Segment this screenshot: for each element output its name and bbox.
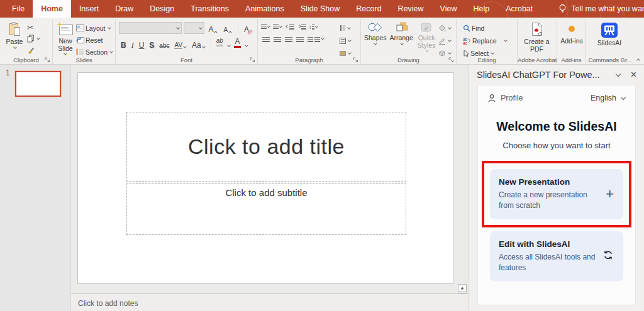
replace-icon: abac	[463, 37, 471, 45]
menu-tab[interactable]: Animations	[237, 0, 292, 18]
align-right-button[interactable]	[285, 37, 292, 43]
section-button[interactable]: Section	[76, 46, 113, 57]
decrease-indent-button[interactable]	[285, 23, 294, 31]
pane-options-chevron-icon[interactable]	[615, 71, 620, 76]
dialog-launcher-icon[interactable]	[353, 57, 358, 63]
new-presentation-card[interactable]: New Presentation Create a new presentati…	[490, 169, 623, 219]
copy-icon	[27, 35, 35, 43]
sync-icon	[602, 250, 614, 263]
shapes-label: Shapes	[364, 35, 387, 42]
previous-slide-button[interactable]	[458, 284, 467, 292]
chevron-down-icon	[109, 50, 113, 53]
person-icon	[487, 94, 496, 102]
underline-button[interactable]: U	[137, 38, 147, 49]
menu-tab[interactable]: Insert	[71, 0, 107, 18]
chevron-down-icon[interactable]	[227, 43, 231, 47]
align-text-button[interactable]	[340, 35, 358, 46]
chevron-down-icon	[348, 38, 352, 42]
menu-tab[interactable]: Acrobat	[497, 0, 541, 18]
italic-button[interactable]: I	[130, 38, 136, 49]
menu-tab[interactable]: Design	[142, 0, 182, 18]
change-case-button[interactable]: Aa	[190, 38, 208, 49]
ribbon: Paste ✂ Clipboard	[0, 18, 644, 65]
columns-button[interactable]	[308, 37, 325, 43]
slide-canvas[interactable]: Click to add title Click to add subtitle	[77, 72, 453, 284]
profile-button[interactable]: Profile	[487, 94, 591, 102]
change-case-glyph: Aa	[192, 41, 201, 49]
align-left-button[interactable]	[262, 37, 270, 43]
shape-fill-button[interactable]	[438, 23, 454, 33]
align-center-button[interactable]	[274, 37, 281, 43]
tell-me-box[interactable]: Tell me what you want to do	[558, 0, 644, 18]
menu-tab[interactable]: Help	[465, 0, 497, 18]
replace-button[interactable]: abac Replace	[463, 35, 515, 46]
chevron-down-icon	[202, 45, 206, 48]
menu-tab[interactable]: View	[432, 0, 465, 18]
slide-editor-area: Click to add title Click to add subtitle…	[71, 65, 469, 311]
reset-button[interactable]: Reset	[76, 35, 113, 45]
create-pdf-button[interactable]: Create a PDF	[519, 20, 554, 53]
text-shadow-button[interactable]: S	[147, 38, 156, 49]
copy-button[interactable]	[27, 33, 40, 44]
dialog-launcher-icon[interactable]	[448, 57, 454, 63]
menu-tab[interactable]: Record	[348, 0, 389, 18]
ribbon-group-addins: Add-ins Add-ins	[557, 19, 586, 64]
grow-font-button[interactable]: A	[206, 22, 219, 33]
shape-outline-button[interactable]	[438, 35, 454, 46]
cut-button[interactable]: ✂	[27, 22, 40, 33]
menu-tab-label: Acrobat	[506, 4, 533, 13]
font-size-combo[interactable]	[184, 22, 204, 34]
slidesai-label: SlidesAI	[597, 40, 622, 47]
edit-with-slidesai-card[interactable]: Edit with SlidesAI Access all SlidesAI t…	[490, 231, 623, 281]
addins-button[interactable]: Add-ins	[559, 20, 584, 45]
strikethrough-button[interactable]: abc	[157, 38, 171, 49]
line-spacing-button[interactable]: ↕	[309, 23, 318, 31]
close-icon[interactable]: ×	[631, 70, 636, 80]
slidesai-button[interactable]: SlidesAI	[588, 20, 631, 47]
menu-tab[interactable]: Transitions	[182, 0, 237, 18]
title-placeholder-text: Click to add title	[188, 134, 345, 159]
chevron-down-icon	[347, 26, 351, 30]
font-color-button[interactable]: A	[232, 38, 243, 49]
chevron-down-icon	[13, 45, 17, 49]
new-slide-label: New Slide	[56, 38, 75, 52]
clear-formatting-button[interactable]: A	[242, 22, 254, 33]
font-name-combo[interactable]	[119, 22, 182, 34]
collapse-ribbon-icon[interactable]	[636, 58, 640, 62]
card-title: New Presentation	[499, 177, 614, 187]
title-placeholder[interactable]: Click to add title	[126, 112, 406, 182]
notes-pane[interactable]: Click to add notes	[71, 293, 469, 311]
shapes-button[interactable]: Shapes	[363, 20, 388, 46]
find-button[interactable]: Find	[463, 23, 515, 33]
increase-indent-button[interactable]	[297, 23, 306, 31]
shrink-font-button[interactable]: A	[221, 22, 234, 33]
arrange-button[interactable]: Arrange	[388, 20, 415, 46]
language-selector[interactable]: English	[591, 94, 626, 102]
profile-row: Profile English	[478, 85, 635, 102]
dialog-launcher-icon[interactable]	[250, 57, 255, 63]
powerpoint-window: File Home Insert Draw Design	[0, 0, 644, 311]
new-slide-button[interactable]: New Slide	[55, 20, 76, 56]
chevron-down-icon[interactable]	[245, 43, 248, 47]
text-highlight-button[interactable]: ab	[214, 38, 225, 49]
menu-tab[interactable]: Home	[33, 0, 71, 18]
menu-tab[interactable]: Draw	[107, 0, 142, 18]
character-spacing-button[interactable]: AV	[172, 38, 189, 49]
bold-button[interactable]: B	[119, 38, 128, 49]
menu-tab[interactable]: Review	[390, 0, 432, 18]
menu-tab[interactable]: Slide Show	[292, 0, 348, 18]
quick-styles-button[interactable]: Quick Styles	[415, 20, 438, 53]
menu-tab[interactable]: File	[4, 0, 33, 18]
slide-thumbnail[interactable]	[15, 71, 61, 97]
text-direction-button[interactable]	[340, 23, 358, 33]
layout-button[interactable]: Layout	[76, 23, 113, 33]
justify-button[interactable]	[296, 37, 304, 43]
ribbon-tab-bar: File Home Insert Draw Design	[0, 0, 644, 18]
bullets-button[interactable]	[261, 23, 270, 31]
subtitle-placeholder[interactable]: Click to add subtitle	[126, 183, 406, 235]
numbering-button[interactable]	[273, 23, 282, 31]
format-painter-button[interactable]	[27, 45, 40, 55]
ribbon-group-clipboard: Paste ✂ Clipboard	[0, 19, 53, 64]
dialog-launcher-icon[interactable]	[45, 57, 50, 63]
paste-button[interactable]: Paste	[2, 20, 27, 50]
